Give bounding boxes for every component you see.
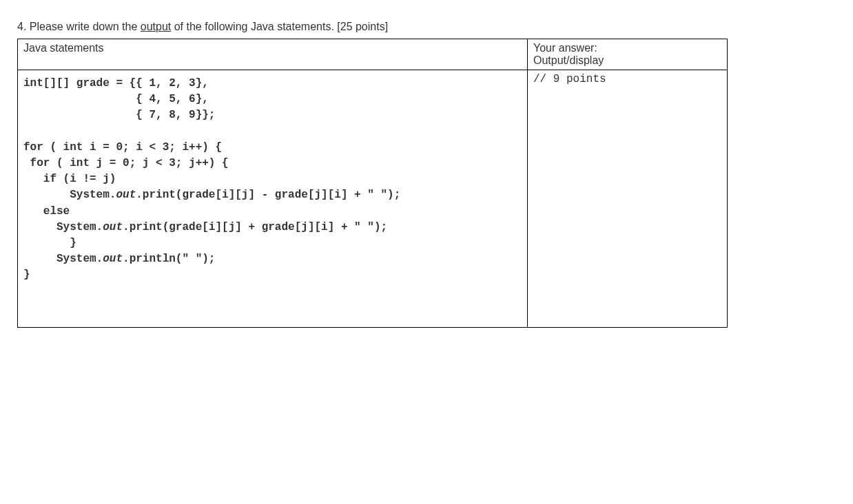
code-cell: int[][] grade = {{ 1, 2, 3}, { 4, 5, 6},… <box>18 70 528 328</box>
code-line: } <box>23 237 76 249</box>
answer-cell: // 9 points <box>528 70 728 328</box>
code-line: System.out.print(grade[i][j] + grade[j][… <box>23 221 387 233</box>
exam-table: Java statements Your answer: Output/disp… <box>17 39 728 328</box>
code-line: if (i != j) <box>23 173 116 185</box>
code-line: System.out.println(" "); <box>23 253 215 265</box>
code-line: else <box>23 205 70 218</box>
question-number: 4. <box>17 21 26 32</box>
code-line: for ( int i = 0; i < 3; i++) { <box>23 141 222 154</box>
prompt-underlined: output <box>141 21 171 32</box>
table-body-row: int[][] grade = {{ 1, 2, 3}, { 4, 5, 6},… <box>18 70 728 328</box>
table-header-row: Java statements Your answer: Output/disp… <box>18 39 728 70</box>
prompt-after: of the following Java statements. [25 po… <box>171 21 388 32</box>
code-line: } <box>23 269 30 281</box>
header-answer-line2: Output/display <box>533 54 721 67</box>
code-line: for ( int j = 0; j < 3; j++) { <box>23 157 229 169</box>
header-answer-line1: Your answer: <box>533 42 721 54</box>
header-your-answer: Your answer: Output/display <box>528 39 728 70</box>
question-prompt: 4. Please write down the output of the f… <box>17 21 836 33</box>
code-line: { 7, 8, 9}}; <box>23 109 215 121</box>
code-line: int[][] grade = {{ 1, 2, 3}, <box>23 77 209 90</box>
code-line: System.out.print(grade[i][j] - grade[j][… <box>23 189 400 201</box>
code-line: { 4, 5, 6}, <box>23 93 209 105</box>
java-code-block: int[][] grade = {{ 1, 2, 3}, { 4, 5, 6},… <box>23 73 522 324</box>
answer-points-note: // 9 points <box>533 73 606 85</box>
header-java-statements: Java statements <box>18 39 528 70</box>
prompt-before: Please write down the <box>30 21 141 32</box>
